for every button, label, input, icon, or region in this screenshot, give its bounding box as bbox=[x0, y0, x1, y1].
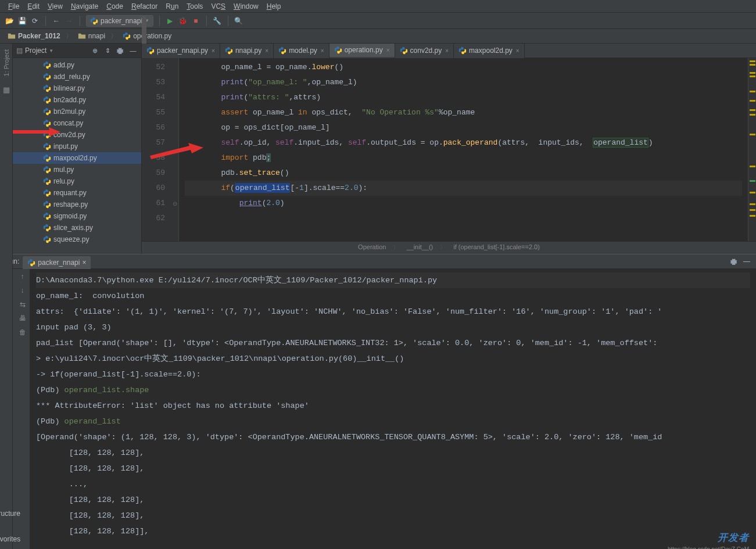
save-icon[interactable]: 💾 bbox=[17, 16, 27, 26]
menu-help[interactable]: Help bbox=[263, 1, 285, 12]
tab-packer_nnapi-py[interactable]: packer_nnapi.py× bbox=[142, 44, 220, 58]
file-input-py[interactable]: input.py bbox=[13, 141, 141, 152]
menu-code[interactable]: Code bbox=[103, 1, 127, 12]
tab-model-py[interactable]: model.py× bbox=[274, 44, 329, 58]
file-add_relu-py[interactable]: add_relu.py bbox=[13, 71, 141, 82]
crumb-method[interactable]: __init__() bbox=[404, 243, 435, 252]
code-area[interactable]: op_name_l = op_name.lower() print("op_na… bbox=[179, 58, 748, 241]
run-tab[interactable]: packer_nnapi× bbox=[23, 256, 91, 269]
hide-icon[interactable]: — bbox=[128, 46, 138, 55]
close-icon[interactable]: × bbox=[445, 48, 449, 54]
sync-icon[interactable]: ⟳ bbox=[30, 16, 40, 26]
file-maxpool2d-py[interactable]: maxpool2d.py bbox=[13, 152, 141, 164]
menu-view[interactable]: View bbox=[44, 1, 66, 12]
menu-bar: File Edit View Navigate Code Refactor Ru… bbox=[0, 0, 756, 13]
project-tree[interactable]: add.pyadd_relu.pybilinear.pybn2add.pybn2… bbox=[13, 58, 141, 254]
stop-icon[interactable]: ■ bbox=[191, 16, 200, 26]
settings-icon[interactable] bbox=[729, 257, 739, 266]
close-icon[interactable]: × bbox=[321, 48, 324, 54]
file-bn2mul-py[interactable]: bn2mul.py bbox=[13, 106, 141, 117]
menu-edit[interactable]: Edit bbox=[24, 1, 43, 12]
menu-run[interactable]: Run bbox=[162, 1, 182, 12]
file-bn2add-py[interactable]: bn2add.py bbox=[13, 94, 141, 106]
editor-tabs: packer_nnapi.py×nnapi.py×model.py×operat… bbox=[142, 44, 756, 58]
search-icon[interactable]: 🔍 bbox=[234, 16, 243, 26]
file-sigmoid-py[interactable]: sigmoid.py bbox=[13, 210, 141, 222]
sidebar-structure-tab[interactable]: Z: Structure bbox=[0, 501, 20, 518]
run-config-label: packer_nnapi bbox=[101, 17, 142, 25]
run-console[interactable]: D:\Anaconda3.7\python.exe E:/yuli24/7.in… bbox=[30, 269, 756, 549]
menu-window[interactable]: Window bbox=[230, 1, 262, 12]
up-icon[interactable]: ↑ bbox=[21, 272, 24, 281]
file-requant-py[interactable]: requant.py bbox=[13, 187, 141, 199]
run-panel: Run: packer_nnapi× — ↻ ■ ❚❚ ⏏ 📌 ↑ ↓ ⇆ 🖶 … bbox=[0, 254, 756, 549]
menu-vcs[interactable]: VCS bbox=[207, 1, 229, 12]
editor: packer_nnapi.py×nnapi.py×model.py×operat… bbox=[142, 44, 756, 254]
left-lower-tool-strip: Z: Structure 2: Favorites bbox=[0, 254, 13, 549]
menu-refactor[interactable]: Refactor bbox=[128, 1, 161, 12]
file-relu-py[interactable]: relu.py bbox=[13, 175, 141, 187]
tab-conv2d-py[interactable]: conv2d.py× bbox=[395, 44, 454, 58]
watermark-url: https://blog.csdn.net/DevZ.CoM bbox=[668, 546, 749, 549]
toolbar: 📂 💾 ⟳ ← → packer_nnapi ▼ ▶ 🐞 ■ 🔧 🔍 bbox=[0, 13, 756, 29]
wrench-icon[interactable]: 🔧 bbox=[213, 16, 222, 26]
tab-operation-py[interactable]: operation.py× bbox=[329, 44, 395, 58]
print-icon[interactable]: 🖶 bbox=[19, 314, 26, 322]
tab-nnapi-py[interactable]: nnapi.py× bbox=[220, 44, 274, 58]
hide-icon[interactable]: — bbox=[742, 257, 751, 266]
file-squeeze-py[interactable]: squeeze.py bbox=[13, 234, 141, 245]
forward-icon[interactable]: → bbox=[65, 16, 74, 26]
close-icon[interactable]: × bbox=[386, 47, 390, 53]
back-icon[interactable]: ← bbox=[52, 16, 61, 26]
locate-icon[interactable]: ⊕ bbox=[90, 46, 99, 55]
sidebar-project-tab[interactable]: 1: Project bbox=[3, 49, 10, 76]
crumb-stmt[interactable]: if (operand_list[-1].scale==2.0) bbox=[451, 243, 542, 252]
close-icon[interactable]: × bbox=[516, 48, 519, 54]
project-title: Project bbox=[25, 46, 46, 55]
svg-marker-1 bbox=[13, 127, 60, 137]
menu-file[interactable]: File bbox=[5, 1, 23, 12]
down-icon[interactable]: ↓ bbox=[21, 286, 24, 295]
module-icon[interactable]: ▦ bbox=[3, 85, 10, 94]
open-icon[interactable]: 📂 bbox=[5, 16, 14, 26]
left-tool-strip: 1: Project ▦ bbox=[0, 44, 13, 254]
close-icon[interactable]: × bbox=[212, 48, 215, 54]
file-reshape-py[interactable]: reshape.py bbox=[13, 199, 141, 210]
menu-navigate[interactable]: Navigate bbox=[67, 1, 102, 12]
run-icon[interactable]: ▶ bbox=[166, 16, 175, 26]
close-icon[interactable]: × bbox=[82, 259, 86, 267]
annotation-arrow-1 bbox=[146, 139, 205, 163]
svg-marker-0 bbox=[150, 143, 203, 159]
sidebar-favorites-tab[interactable]: 2: Favorites bbox=[0, 527, 20, 543]
crumb-dir[interactable]: nnapi bbox=[75, 30, 108, 42]
marker-bar[interactable] bbox=[748, 58, 756, 241]
crumb-file[interactable]: operation.py bbox=[120, 30, 174, 42]
crumb-class[interactable]: Operation bbox=[356, 243, 388, 252]
file-mul-py[interactable]: mul.py bbox=[13, 164, 141, 175]
watermark: 开发者 bbox=[718, 531, 749, 544]
project-panel: ▤Project▼ ⊕ ⇕ — add.pyadd_relu.pybilinea… bbox=[13, 44, 142, 254]
tab-maxpool2d-py[interactable]: maxpool2d.py× bbox=[454, 44, 525, 58]
annotation-arrow-2 bbox=[10, 125, 62, 139]
file-add-py[interactable]: add.py bbox=[13, 59, 141, 71]
menu-tools[interactable]: Tools bbox=[183, 1, 206, 12]
close-icon[interactable]: × bbox=[265, 48, 268, 54]
collapse-icon[interactable]: ⇕ bbox=[103, 46, 112, 55]
crumb-root[interactable]: Packer_1012 bbox=[5, 30, 63, 42]
debug-icon[interactable]: 🐞 bbox=[178, 16, 188, 26]
editor-breadcrumb: Operation〉 __init__()〉 if (operand_list[… bbox=[142, 241, 756, 254]
file-bilinear-py[interactable]: bilinear.py bbox=[13, 82, 141, 94]
settings-icon[interactable] bbox=[116, 46, 125, 55]
file-slice_axis-py[interactable]: slice_axis.py bbox=[13, 222, 141, 234]
trash-icon[interactable]: 🗑 bbox=[19, 328, 26, 336]
wrap-icon[interactable]: ⇆ bbox=[20, 300, 26, 308]
navigation-bar: Packer_1012 〉 nnapi 〉 operation.py bbox=[0, 29, 756, 44]
